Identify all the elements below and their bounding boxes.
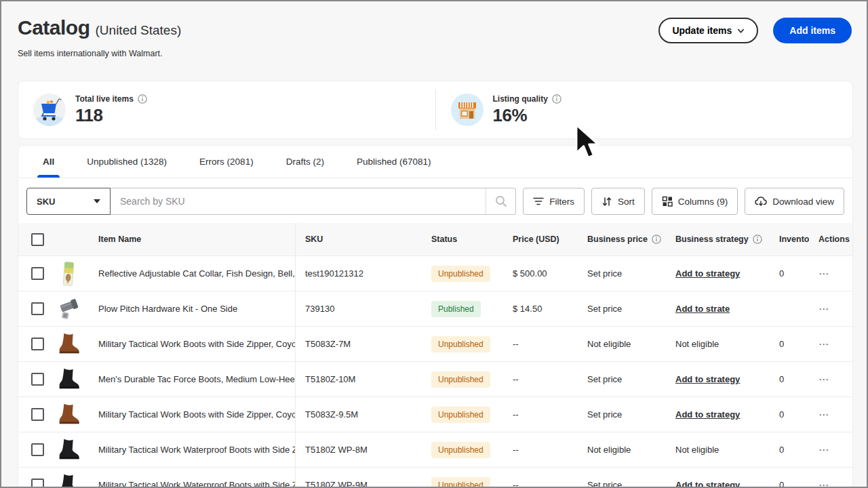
tab-unpublished[interactable]: Unpublished (1328) [71,146,183,178]
storefront-icon [451,94,484,126]
info-icon[interactable] [552,94,561,104]
sort-icon [601,197,612,207]
row-checkbox[interactable] [31,479,44,488]
item-sku: T5180Z-10M [296,362,422,396]
select-all-checkbox[interactable] [31,233,44,246]
tab-published[interactable]: Published (67081) [340,146,448,178]
row-actions-menu[interactable]: ⋯ [818,304,830,314]
business-price-header-label: Business price [587,235,648,244]
page-header: Catalog (United States) Sell items inter… [1,1,867,58]
column-header-price: Price (USD) [503,223,578,256]
row-checkbox[interactable] [31,443,44,456]
listing-quality-label: Listing quality [493,94,548,104]
table-row: Men's Durable Tac Force Boots, Medium Lo… [18,361,852,396]
column-header-item-name: Item Name [89,223,296,256]
business-price: Set price [578,291,666,326]
item-price: -- [503,432,578,467]
row-actions-menu[interactable]: ⋯ [818,480,830,488]
add-to-strategy-link[interactable]: Add to strategy [675,409,740,420]
page-subtitle: Sell items internationally with Walmart. [18,49,181,58]
sort-button[interactable]: Sort [591,188,645,215]
status-badge: Unpublished [431,442,490,458]
item-inventory: 0 [770,362,809,396]
download-view-button[interactable]: Download view [745,188,844,215]
tab-all[interactable]: All [26,146,71,178]
item-name[interactable]: Reflective Adjustable Cat Collar, Fish D… [89,256,296,291]
tab-errors[interactable]: Errors (2081) [183,146,270,178]
column-header-sku: SKU [296,223,422,256]
sort-label: Sort [618,197,635,207]
item-sku: T5180Z WP-8M [296,432,422,467]
chevron-down-icon [737,27,745,35]
row-actions-menu[interactable]: ⋯ [818,374,830,384]
status-badge: Unpublished [431,477,490,488]
product-image-black-boot [55,436,82,464]
listing-quality-stat: Listing quality 16% [435,89,853,130]
add-to-strategy-link[interactable]: Add to strategy [675,374,740,384]
item-name[interactable]: Military Tactical Work Boots with Side Z… [89,327,296,361]
table-row: Reflective Adjustable Cat Collar, Fish D… [18,256,852,291]
product-image-brown-boot [55,401,82,428]
total-live-items-label: Total live items [75,94,134,104]
status-badge: Unpublished [431,407,490,423]
item-inventory: 0 [770,468,809,488]
row-checkbox[interactable] [31,302,44,315]
add-to-strategy-link[interactable]: Add to strate [675,304,730,314]
info-icon[interactable] [138,94,147,104]
item-name[interactable]: Military Tactical Work Boots with Side Z… [89,397,296,432]
total-live-items-value: 118 [75,105,147,126]
row-actions-menu[interactable]: ⋯ [818,268,830,279]
row-checkbox[interactable] [31,338,44,350]
row-checkbox[interactable] [31,267,44,280]
update-items-button[interactable]: Update items [658,18,758,43]
row-checkbox[interactable] [31,408,44,421]
item-sku: T5083Z-7M [296,327,422,361]
item-sku: T5180Z WP-9M [296,468,422,488]
item-inventory: 0 [770,327,809,361]
product-image-cat-collar [55,260,82,287]
columns-label: Columns (9) [678,197,728,207]
item-name[interactable]: Military Tactical Work Waterproof Boots … [89,468,296,488]
item-name[interactable]: Military Tactical Work Waterproof Boots … [89,432,296,467]
business-price: Set price [578,362,666,396]
cloud-download-icon [755,196,767,207]
column-header-inventory: Inventor [770,223,809,256]
item-inventory: 0 [770,256,809,291]
filters-label: Filters [549,197,574,207]
status-tabs: All Unpublished (1328) Errors (2081) Dra… [18,146,852,178]
total-live-items-stat: Total live items 118 [18,89,435,130]
search-category-select[interactable]: SKU [26,188,111,215]
columns-button[interactable]: Columns (9) [652,188,738,215]
item-name[interactable]: Plow Pitch Hardware Kit - One Side [89,291,296,326]
add-to-strategy-link[interactable]: Add to strategy [675,268,740,279]
search-icon[interactable] [486,188,515,214]
product-image-brown-boot [55,331,82,358]
column-header-status: Status [422,223,503,256]
listing-quality-value: 16% [493,105,561,126]
item-name[interactable]: Men's Durable Tac Force Boots, Medium Lo… [89,362,296,396]
search-input[interactable] [111,196,486,207]
product-image-black-boot [55,472,82,488]
filter-icon [533,197,544,206]
business-price: Set price [578,468,666,488]
business-strategy: Not eligible [666,327,770,361]
tab-drafts[interactable]: Drafts (2) [270,146,340,178]
catalog-panel: All Unpublished (1328) Errors (2081) Dra… [18,145,853,488]
table-header: Item Name SKU Status Price (USD) Busines… [18,223,852,256]
item-price: -- [503,327,578,361]
row-actions-menu[interactable]: ⋯ [818,339,830,349]
row-actions-menu[interactable]: ⋯ [818,409,830,420]
product-image-black-boot [55,366,82,393]
info-icon[interactable] [652,235,661,244]
row-actions-menu[interactable]: ⋯ [818,445,830,455]
filters-button[interactable]: Filters [523,188,585,215]
item-inventory: 0 [770,397,809,432]
add-to-strategy-link[interactable]: Add to strategy [675,480,740,488]
table-row: Military Tactical Work Waterproof Boots … [18,432,852,467]
table-row: Military Tactical Work Waterproof Boots … [18,467,852,488]
row-checkbox[interactable] [31,373,44,386]
info-icon[interactable] [753,235,762,244]
status-badge: Unpublished [431,336,490,352]
add-items-button[interactable]: Add items [773,18,852,43]
update-items-label: Update items [672,25,732,36]
